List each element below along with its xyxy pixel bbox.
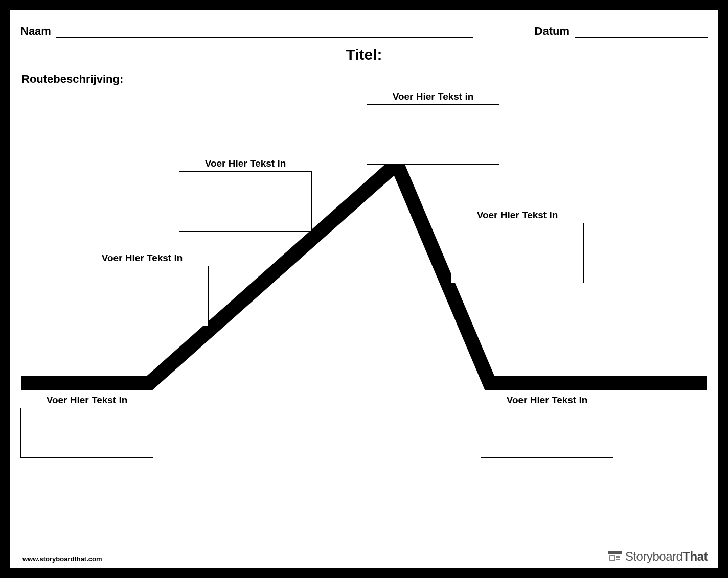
exposition-label: Voer Hier Tekst in — [20, 395, 153, 406]
resolution-label: Voer Hier Tekst in — [481, 395, 613, 406]
rising2-label: Voer Hier Tekst in — [179, 158, 312, 169]
climax-label: Voer Hier Tekst in — [367, 91, 499, 102]
falling-box[interactable] — [451, 223, 584, 283]
resolution-box[interactable] — [481, 408, 613, 458]
brand-word-a: Storyboard — [625, 549, 682, 563]
worksheet-page: Naam Datum Titel: Routebeschrijving: Voe… — [10, 10, 718, 568]
rising1-box[interactable] — [76, 266, 209, 326]
rising1-label: Voer Hier Tekst in — [76, 252, 209, 264]
brand-logo: StoryboardThat — [608, 549, 708, 564]
brand-text: StoryboardThat — [625, 549, 708, 564]
svg-rect-2 — [610, 556, 615, 560]
falling-label: Voer Hier Tekst in — [451, 210, 584, 221]
climax-box[interactable] — [367, 104, 499, 165]
brand-word-b: That — [682, 549, 708, 563]
rising2-box[interactable] — [179, 171, 312, 232]
storyboard-icon — [608, 551, 622, 562]
svg-rect-1 — [608, 551, 622, 554]
exposition-box[interactable] — [20, 408, 153, 458]
footer-url: www.storyboardthat.com — [22, 555, 102, 563]
